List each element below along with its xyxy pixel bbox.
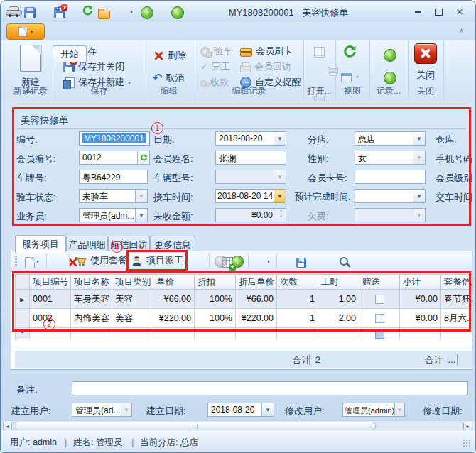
inspect-car-button[interactable]: 验车 <box>200 45 232 58</box>
estimate-finish-dropdown-icon[interactable]: ▼ <box>413 190 425 202</box>
delete-button[interactable]: 删除 <box>153 49 186 62</box>
layout-dropdown-icon[interactable]: ▾ <box>356 74 359 80</box>
col-subtotal[interactable]: 小计 <box>400 275 441 290</box>
salesman-field[interactable]: 管理员(adm...▼ <box>79 208 148 222</box>
toolbar-grip[interactable] <box>15 256 17 267</box>
col-item-type[interactable]: 项目类别 <box>112 275 153 290</box>
record-down-icon[interactable]: ↓ <box>384 72 396 84</box>
receive-time-label: 接车时间: <box>153 191 193 204</box>
scroll-right-icon[interactable]: ▸ <box>463 422 472 430</box>
date-field[interactable]: 2018-08-20▼ <box>215 131 286 146</box>
qat-customize-icon[interactable]: ▾ <box>130 9 133 15</box>
tab-service-items[interactable]: 服务项目 <box>15 235 66 253</box>
inspect-status-field[interactable]: 未验车▼ <box>79 189 148 203</box>
col-gift[interactable]: 赠送 <box>359 275 400 290</box>
create-date-dropdown-icon[interactable]: ▼ <box>261 403 274 416</box>
save-close-icon: x <box>63 61 75 72</box>
maximize-button[interactable] <box>432 7 445 16</box>
ribbon-group-record: ↑ ↓ 记录... <box>369 40 409 100</box>
new-row[interactable]: * <box>16 328 473 339</box>
order-no-field[interactable]: MY1808200001 <box>79 131 150 146</box>
remark-field[interactable] <box>72 381 468 395</box>
search-dropdown-icon[interactable]: ▾ <box>299 258 302 265</box>
toolbar-separator <box>46 253 47 268</box>
create-user-field[interactable]: 管理员(ad...▼ <box>72 403 132 417</box>
dispatch-button[interactable]: 项目派工 <box>131 254 183 267</box>
view-refresh-icon[interactable] <box>342 45 357 60</box>
member-visit-button[interactable]: 会员回访 <box>240 60 291 73</box>
member-no-field[interactable]: 0012 <box>79 151 150 165</box>
app-window: x ↶ ↑ ↓ ▾ MY1808200001 - 美容快修单 ✕ ▾ 开始 工具… <box>0 0 476 453</box>
gift-checkbox[interactable] <box>375 329 384 339</box>
col-item-code[interactable]: 项目编号 <box>30 275 71 290</box>
branch-field[interactable]: 总店▼ <box>355 131 426 146</box>
col-discount[interactable]: 折扣 <box>195 275 236 290</box>
close-x-icon <box>414 43 437 64</box>
modify-user-field[interactable]: 管理员(admin)▼ <box>342 403 405 417</box>
date-dropdown-icon[interactable]: ▼ <box>274 132 286 145</box>
save-and-close-button[interactable]: x保存并关闭 <box>63 60 124 73</box>
close-button[interactable]: 关闭 <box>411 43 440 82</box>
estimate-finish-field[interactable]: ▼ <box>355 189 426 203</box>
prev-record-icon[interactable]: ↑ <box>141 6 153 19</box>
plate-no-field[interactable]: 粤B64229 <box>79 170 148 184</box>
table-row[interactable]: 0002内饰美容美容 ¥220.00100% ¥220.001 2.00 ¥0.… <box>16 309 473 328</box>
inspect-status-label: 验车状态: <box>16 191 56 204</box>
next-record-icon[interactable]: ↓ <box>171 6 184 19</box>
create-date-field[interactable]: 2018-08-20▼ <box>207 403 274 417</box>
gender-label: 性别: <box>308 153 329 165</box>
open-report-icon[interactable] <box>314 47 325 58</box>
record-up-icon[interactable]: ↑ <box>384 49 396 62</box>
gift-checkbox[interactable] <box>375 314 384 323</box>
col-hours[interactable]: 工时 <box>318 275 359 290</box>
close-window-button[interactable]: ✕ <box>453 7 466 16</box>
unpaid-spinner[interactable]: ▲▼ <box>276 209 286 222</box>
col-discounted-price[interactable]: 折后单价 <box>236 275 277 290</box>
arrears-field[interactable]: ▼ <box>355 208 426 222</box>
scrollbar-thumb[interactable] <box>13 422 376 430</box>
save-icon[interactable] <box>24 7 36 18</box>
row-down-icon[interactable]: ↓ <box>232 256 244 268</box>
receive-time-field[interactable]: 2018-08-20 14▼ <box>215 189 286 203</box>
tab-start[interactable]: 开始 <box>53 45 87 62</box>
search-icon[interactable] <box>339 256 350 268</box>
worker-icon <box>131 255 143 267</box>
cancel-button[interactable]: ↶取消 <box>153 72 184 84</box>
branch-dropdown-icon[interactable]: ▼ <box>413 132 425 145</box>
refresh-icon[interactable] <box>82 5 94 17</box>
member-name-field[interactable]: 张澜 <box>215 151 286 165</box>
cart-icon <box>75 255 87 267</box>
table-row[interactable]: ▸ 0001车身美容美容 ¥66.00100% ¥66.001 1.00 ¥0.… <box>16 290 473 309</box>
group-label-open: 打开... <box>303 85 335 97</box>
finish-work-button[interactable]: ✓完工 <box>200 60 230 73</box>
group-label-record: 记录... <box>369 85 408 97</box>
row-up-icon[interactable]: ↑ <box>215 256 227 268</box>
member-swipe-button[interactable]: 会员刷卡 <box>240 45 293 58</box>
receive-time-dropdown-icon[interactable]: ▼ <box>274 190 286 202</box>
gender-field[interactable]: 女▼ <box>355 151 426 165</box>
add-row-dropdown-icon[interactable]: ▾ <box>36 258 39 265</box>
col-item-name[interactable]: 项目名称 <box>71 275 112 290</box>
car-model-field[interactable]: ▼ <box>215 170 286 184</box>
application-menu-button[interactable]: ▾ <box>6 23 45 40</box>
col-package-info[interactable]: 套餐信息 <box>441 275 473 290</box>
export-dropdown-icon[interactable]: ▾ <box>267 258 270 265</box>
salesman-dropdown-icon[interactable]: ▼ <box>135 209 147 222</box>
use-package-button[interactable]: 使用套餐 <box>75 254 127 267</box>
member-refresh-icon[interactable] <box>137 151 149 164</box>
add-row-icon[interactable] <box>25 257 35 268</box>
open-folder-icon[interactable] <box>98 11 110 19</box>
ribbon-collapse-icon[interactable]: ∧ <box>459 27 464 34</box>
car-model-dropdown-icon: ▼ <box>274 170 286 183</box>
resize-grip[interactable] <box>463 439 471 447</box>
scroll-left-icon[interactable]: ◂ <box>3 422 12 430</box>
col-times[interactable]: 次数 <box>277 275 318 290</box>
gift-checkbox[interactable] <box>375 295 384 304</box>
layout-view-icon[interactable] <box>341 73 352 82</box>
unpaid-amount-field[interactable]: ¥0.00 ▲▼ <box>215 208 286 222</box>
col-unit-price[interactable]: 单价 <box>153 275 195 290</box>
member-card-field[interactable] <box>355 170 426 184</box>
arrears-label: 欠费: <box>308 210 329 223</box>
minimize-button[interactable] <box>411 7 424 16</box>
status-name: 姓名: 管理员 <box>73 437 122 449</box>
